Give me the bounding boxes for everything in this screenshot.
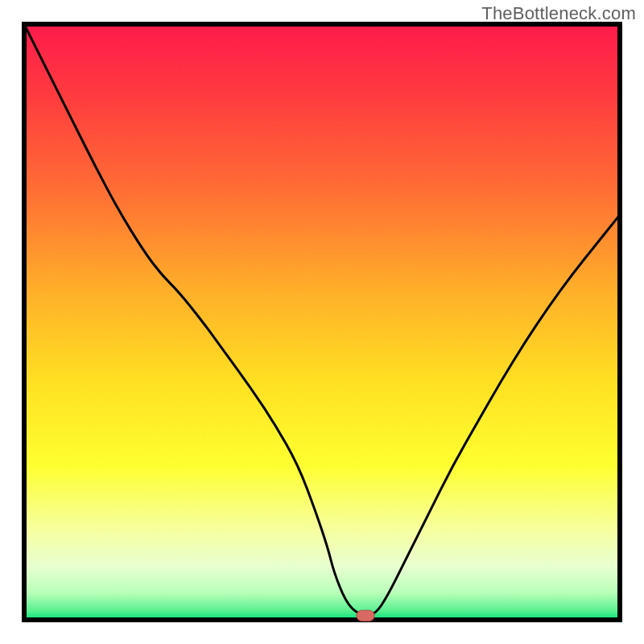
optimum-marker: [357, 610, 374, 621]
watermark-text: TheBottleneck.com: [481, 3, 636, 24]
chart-container: TheBottleneck.com: [0, 0, 644, 644]
bottleneck-plot: [0, 0, 644, 644]
